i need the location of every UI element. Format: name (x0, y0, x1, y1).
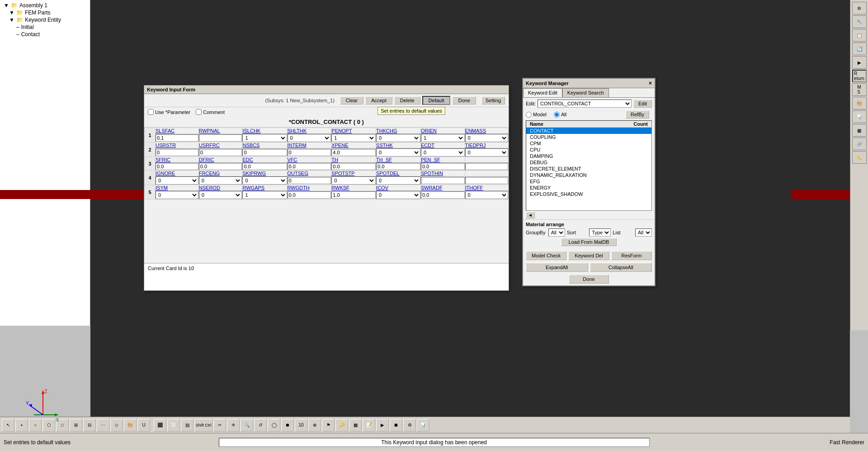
sidebar-icon-12[interactable]: 📐 (852, 151, 867, 164)
toolbar-view1-btn[interactable]: ⬛ (154, 419, 166, 432)
sidebar-icon-1[interactable]: ⚙ (852, 2, 867, 14)
col-header-vfc[interactable]: VFC (287, 157, 331, 163)
km-list-item-energy[interactable]: ENERGY (526, 185, 651, 191)
sidebar-icon-6[interactable]: Return (852, 70, 867, 82)
tree-item-fem-parts[interactable]: ▼ 📁 FEM Parts (2, 9, 88, 16)
km-list-select[interactable]: All (635, 228, 652, 237)
col-header-enmass[interactable]: ENMASS (465, 128, 508, 134)
km-list-item-contact[interactable]: CONTACT (526, 128, 651, 134)
sidebar-icon-4[interactable]: 🔄 (852, 43, 867, 55)
km-list-item-debug[interactable]: DEBUG (526, 159, 651, 166)
kif-comment-checkbox[interactable] (196, 109, 202, 115)
km-edit-select[interactable]: CONTROL_CONTACT (538, 100, 632, 108)
select-skiprwg[interactable]: 01 (242, 176, 287, 185)
km-groupby-select[interactable]: All (548, 228, 565, 237)
select-nserod[interactable]: 01 (199, 191, 242, 199)
col-header-ithoff[interactable]: ITHOFF (465, 185, 508, 191)
km-tab-keyword-search[interactable]: Keyword Search (562, 88, 609, 97)
select-ecdt[interactable]: 01 (421, 148, 465, 157)
input-edc[interactable] (242, 163, 287, 170)
input-rwksf[interactable] (331, 191, 376, 199)
col-header-frceng[interactable]: FRCENG (198, 171, 242, 176)
col-header-thkchg[interactable]: THKCHG (376, 128, 421, 134)
km-list-item-discrete-element[interactable]: DISCRETE_ELEMENT (526, 166, 651, 172)
toolbar-cursor-btn[interactable]: ↖ (2, 419, 14, 432)
kif-use-parameter-checkbox[interactable] (148, 109, 154, 115)
input-rwgdth[interactable] (288, 191, 331, 199)
col-header-rwgaps[interactable]: RWGAPS (242, 185, 287, 191)
km-keyword-list[interactable]: Name Count CONTACT COUPLING CPM CPU DAMP… (526, 120, 652, 211)
col-header-th[interactable]: TH (331, 157, 376, 163)
col-header-outseg[interactable]: OUTSEG (287, 171, 331, 176)
col-header-isym[interactable]: ISYM (156, 185, 199, 191)
col-header-usrfrc[interactable]: USRFRC (198, 142, 242, 148)
input-th-sf[interactable] (376, 163, 420, 170)
km-list-item-damping[interactable]: DAMPING (526, 153, 651, 159)
select-islchk[interactable]: 102 (242, 134, 287, 142)
toolbar-axis-btn[interactable]: ⊕ (308, 419, 321, 432)
input-rwpnal[interactable] (199, 134, 242, 142)
sidebar-icon-11[interactable]: 🔗 (852, 138, 867, 150)
col-header-interm[interactable]: INTERM (287, 142, 331, 148)
sidebar-icon-10[interactable]: ▦ (852, 124, 867, 137)
tree-item-assembly[interactable]: ▼ 📁 Assembly 1 (2, 2, 88, 9)
input-slsfac[interactable] (156, 134, 198, 142)
input-xpene[interactable] (331, 149, 376, 156)
toolbar-chart-btn[interactable]: 📊 (417, 419, 429, 432)
select-spotstp[interactable]: 01 (331, 176, 376, 185)
km-keyword-del-button[interactable]: Keyword Del (568, 251, 609, 260)
col-header-rwksf[interactable]: RWKSF (331, 185, 376, 191)
input-usrstr[interactable] (156, 149, 198, 156)
toolbar-flag-btn[interactable]: ⚑ (322, 419, 335, 432)
col-header-ignore[interactable]: IGNORE (156, 171, 199, 176)
kif-comment-label[interactable]: Comment (196, 109, 225, 115)
input-spothin[interactable] (421, 177, 465, 184)
input-nsbcs[interactable] (242, 149, 287, 156)
kif-done-button[interactable]: Done (452, 96, 476, 104)
km-list-item-explosive-shadow[interactable]: EXPLOSIVE_SHADOW (526, 191, 651, 197)
select-thkchg[interactable]: 01 (376, 134, 420, 142)
km-model-check-button[interactable]: Model Check (526, 251, 566, 260)
kif-setting-button[interactable]: Setting (481, 96, 505, 104)
toolbar-play-btn[interactable]: ▶ (376, 419, 389, 432)
col-header-orien[interactable]: ORIEN (420, 128, 465, 134)
input-empty4[interactable] (465, 177, 508, 184)
km-radio-model-label[interactable]: Model (526, 112, 547, 118)
select-ignore[interactable]: 01 (156, 176, 198, 185)
km-resform-button[interactable]: ResForm (611, 251, 652, 260)
km-done-button[interactable]: Done (569, 275, 609, 284)
col-header-ecdt[interactable]: ECDT (420, 142, 465, 148)
toolbar-note-btn[interactable]: 📝 (363, 419, 375, 432)
toolbar-circle-btn[interactable]: ◯ (268, 419, 280, 432)
toolbar-settings-btn[interactable]: ⚙ (403, 419, 416, 432)
kif-clear-button[interactable]: Clear (340, 96, 363, 104)
km-sort-select[interactable]: Type (589, 228, 611, 237)
toolbar-mesh-btn[interactable]: ⊞ (70, 419, 82, 432)
col-header-th-sf[interactable]: TH_SF (376, 157, 421, 163)
input-vfc[interactable] (288, 163, 331, 170)
select-orien[interactable]: 102 (421, 134, 465, 142)
col-header-icov[interactable]: ICOV (376, 185, 421, 191)
input-swradf[interactable] (421, 191, 465, 199)
toolbar-u-btn[interactable]: U (137, 419, 150, 432)
km-radio-all-label[interactable]: All (554, 112, 566, 118)
input-interm[interactable] (288, 149, 331, 156)
toolbar-record-btn[interactable]: ⏺ (281, 419, 294, 432)
col-header-penopt[interactable]: PENOPT (331, 128, 376, 134)
toolbar-scissors-btn[interactable]: ✂ (213, 419, 226, 432)
select-ithoff[interactable]: 01 (465, 191, 508, 199)
col-header-dfric[interactable]: DFRIC (198, 157, 242, 163)
km-list-item-cpu[interactable]: CPU (526, 147, 651, 153)
col-header-tiedprj[interactable]: TIEDPRJ (465, 142, 508, 148)
km-radio-all[interactable] (554, 112, 560, 118)
input-th[interactable] (331, 163, 376, 170)
sidebar-icon-3[interactable]: 📋 (852, 29, 867, 42)
toolbar-zoom-btn[interactable]: 🔍 (241, 419, 253, 432)
tree-item-contact[interactable]: – Contact (2, 31, 88, 38)
km-list-item-cpm[interactable]: CPM (526, 140, 651, 147)
input-empty3[interactable] (465, 163, 508, 170)
kif-delete-button[interactable]: Delete (394, 96, 420, 104)
col-header-spothin[interactable]: SPOTHIN (420, 171, 465, 176)
toolbar-view2-btn[interactable]: ⬜ (167, 419, 180, 432)
km-tab-keyword-edit[interactable]: Keyword Edit (523, 88, 562, 97)
